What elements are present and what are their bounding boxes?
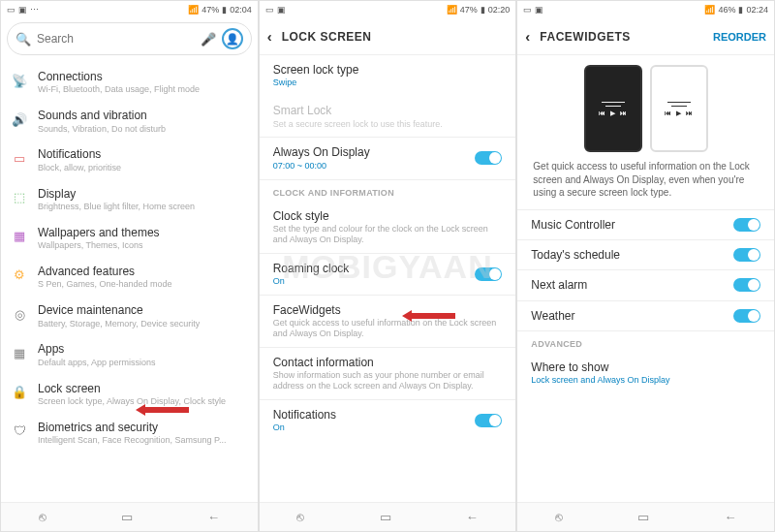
signal-icon: 📶 [188,5,199,15]
connections-icon: 📡 [11,71,28,90]
wallpaper-icon: ▦ [11,227,28,246]
biometrics-icon: 🛡 [11,422,28,441]
page-title: LOCK SCREEN [282,30,509,44]
settings-item-display[interactable]: ⬚DisplayBrightness, Blue light filter, H… [1,180,258,219]
page-title: FACEWIDGETS [540,30,703,44]
advanced-icon: ⚙ [11,266,28,285]
settings-item-lockscreen[interactable]: 🔒Lock screenScreen lock type, Always On … [1,375,258,414]
nav-bar: ⎋ ▭ ← [517,502,774,531]
item-music-controller[interactable]: Music Controller [517,210,774,239]
preview-area: ⏮▶⏭ ⏮▶⏭ Get quick access to useful infor… [517,55,774,209]
back-icon[interactable]: ‹ [525,28,530,45]
settings-item-apps[interactable]: ▦AppsDefault apps, App permissions [1,335,258,374]
lock-icon: 🔒 [11,383,28,402]
section-clock-info: CLOCK AND INFORMATION [260,180,516,202]
settings-item-connections[interactable]: 📡ConnectionsWi-Fi, Bluetooth, Data usage… [1,63,258,102]
battery-icon: ▮ [738,5,743,15]
nav-home-icon[interactable]: ▭ [121,510,133,524]
item-todays-schedule[interactable]: Today's schedule [517,240,774,269]
item-next-alarm[interactable]: Next alarm [517,270,774,299]
toggle-roaming[interactable] [475,267,502,281]
settings-item-maintenance[interactable]: ◎Device maintenanceBattery, Storage, Mem… [1,297,258,335]
nav-back-icon[interactable]: ← [207,510,220,524]
header: ‹ FACEWIDGETS REORDER [517,18,774,55]
item-clock-style[interactable]: Clock style Set the type and colour for … [260,202,516,253]
preview-phone-light: ⏮▶⏭ [650,65,708,152]
item-screen-lock-type[interactable]: Screen lock type Swipe [260,55,516,96]
battery-icon: ▮ [480,5,485,15]
item-smart-lock: Smart Lock Set a secure screen lock to u… [260,96,516,137]
toggle-music[interactable] [733,218,760,232]
nav-home-icon[interactable]: ▭ [380,510,391,524]
preview-description: Get quick access to useful information o… [531,160,760,200]
item-roaming-clock[interactable]: Roaming clock On [260,254,516,295]
preview-phone-dark: ⏮▶⏭ [584,65,642,152]
settings-list: 📡ConnectionsWi-Fi, Bluetooth, Data usage… [1,59,258,456]
search-bar[interactable]: 🔍 🎤 👤 [7,22,252,55]
item-facewidgets[interactable]: FaceWidgets Get quick access to useful i… [260,296,516,347]
search-input[interactable] [37,32,195,46]
screen-settings: ▭▣⋯ 📶47%▮02:04 🔍 🎤 👤 📡ConnectionsWi-Fi, … [0,0,259,532]
status-bar: ▭▣ 📶46%▮02:24 [517,1,774,18]
toggle-weather[interactable] [733,309,760,323]
profile-icon[interactable]: 👤 [222,28,243,49]
item-weather[interactable]: Weather [517,301,774,330]
screen-facewidgets: ▭▣ 📶46%▮02:24 ‹ FACEWIDGETS REORDER ⏮▶⏭ … [516,0,775,532]
nav-home-icon[interactable]: ▭ [637,510,649,524]
status-bar: ▭▣⋯ 📶47%▮02:04 [1,1,258,18]
search-icon: 🔍 [16,32,31,47]
sound-icon: 🔊 [11,110,28,129]
nav-bar: ⎋ ▭ ← [1,502,258,531]
settings-item-wallpapers[interactable]: ▦Wallpapers and themesWallpapers, Themes… [1,219,258,258]
item-notifications[interactable]: Notifications On [260,400,516,441]
battery-icon: ▮ [222,5,227,15]
item-where-to-show[interactable]: Where to show Lock screen and Always On … [517,353,774,393]
nav-recent-icon[interactable]: ⎋ [296,510,304,524]
toggle-aod[interactable] [475,151,502,165]
signal-icon: 📶 [447,5,457,15]
status-bar: ▭▣ 📶47%▮02:20 [260,1,516,18]
toggle-schedule[interactable] [733,248,760,262]
screen-lockscreen: ▭▣ 📶47%▮02:20 ‹ LOCK SCREEN Screen lock … [259,0,517,532]
toggle-notifications[interactable] [475,414,502,427]
settings-item-notifications[interactable]: ▭NotificationsBlock, allow, prioritise [1,141,258,179]
apps-icon: ▦ [11,343,28,362]
notifications-icon: ▭ [11,148,28,168]
reorder-button[interactable]: REORDER [713,31,766,43]
settings-item-advanced[interactable]: ⚙Advanced featuresS Pen, Games, One-hand… [1,258,258,297]
item-contact-info[interactable]: Contact information Show information suc… [260,348,516,399]
settings-item-biometrics[interactable]: 🛡Biometrics and securityIntelligent Scan… [1,414,258,453]
mic-icon[interactable]: 🎤 [201,32,216,47]
nav-back-icon[interactable]: ← [466,510,479,524]
toggle-alarm[interactable] [733,278,760,292]
nav-bar: ⎋ ▭ ← [260,502,516,531]
item-always-on-display[interactable]: Always On Display 07:00 ~ 00:00 [260,138,516,178]
display-icon: ⬚ [11,188,28,207]
signal-icon: 📶 [704,5,715,15]
header: ‹ LOCK SCREEN [260,18,516,55]
section-advanced: ADVANCED [517,331,774,353]
nav-back-icon[interactable]: ← [724,510,736,524]
maintenance-icon: ◎ [11,304,28,324]
back-icon[interactable]: ‹ [267,28,272,45]
settings-item-sounds[interactable]: 🔊Sounds and vibrationSounds, Vibration, … [1,102,258,141]
nav-recent-icon[interactable]: ⎋ [39,510,46,524]
nav-recent-icon[interactable]: ⎋ [555,510,563,524]
